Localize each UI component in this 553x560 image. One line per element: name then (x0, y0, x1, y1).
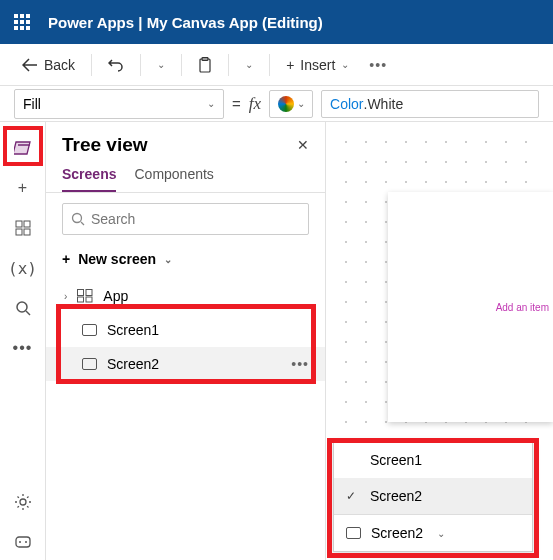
screen-selector-popup: Screen1 ✓ Screen2 Screen2 ⌄ (333, 441, 533, 552)
app-header: Power Apps | My Canvas App (Editing) (0, 0, 553, 44)
formula-input[interactable]: Color.White (321, 90, 539, 118)
paste-button[interactable] (190, 53, 220, 77)
svg-rect-15 (86, 297, 92, 302)
check-icon: ✓ (346, 489, 360, 503)
plus-icon: + (18, 179, 27, 197)
tree-list: › App Screen1 Screen2 ••• (46, 279, 325, 381)
tab-components[interactable]: Components (134, 166, 213, 192)
tree-item-screen2[interactable]: Screen2 ••• (46, 347, 325, 381)
tree-view-title: Tree view (62, 134, 148, 156)
chevron-down-icon: ⌄ (164, 254, 172, 265)
chevron-down-icon: ⌄ (297, 98, 305, 109)
tree-view-icon (14, 139, 32, 157)
tree-item-label: Screen1 (107, 322, 159, 338)
grid-icon (15, 220, 31, 236)
tree-view-button[interactable] (5, 130, 41, 166)
tree-item-label: Screen2 (107, 356, 159, 372)
svg-point-7 (20, 499, 26, 505)
insert-label: Insert (300, 57, 335, 73)
copilot-button[interactable]: ⌄ (269, 90, 313, 118)
chevron-down-icon: ⌄ (341, 59, 349, 70)
back-arrow-icon (22, 58, 38, 72)
undo-button[interactable] (100, 53, 132, 77)
new-screen-label: New screen (78, 251, 156, 267)
variables-icon: (x) (8, 259, 37, 278)
plus-icon: + (62, 251, 70, 267)
chevron-down-icon: ⌄ (437, 528, 445, 539)
search-icon (15, 300, 31, 316)
variables-button[interactable]: (x) (5, 250, 41, 286)
chevron-right-icon: › (64, 291, 67, 302)
svg-point-10 (25, 541, 27, 543)
data-button[interactable] (5, 210, 41, 246)
copilot-icon (278, 96, 294, 112)
tree-view-panel: Tree view ✕ Screens Components Search + … (46, 122, 326, 560)
property-name: Fill (23, 96, 41, 112)
app-title: Power Apps | My Canvas App (Editing) (48, 14, 323, 31)
left-rail: + (x) ••• (0, 122, 46, 560)
canvas-area: Add an item Screen1 ✓ Screen2 Screen2 ⌄ (326, 122, 553, 560)
popup-item-screen1[interactable]: Screen1 (334, 442, 532, 478)
settings-button[interactable] (5, 484, 41, 520)
svg-rect-8 (16, 537, 30, 547)
gear-icon (14, 493, 32, 511)
property-selector[interactable]: Fill ⌄ (14, 89, 224, 119)
formula-bar: Fill ⌄ = fx ⌄ Color.White (0, 86, 553, 122)
tab-screens[interactable]: Screens (62, 166, 116, 192)
app-icon (77, 289, 93, 303)
bot-icon (14, 535, 32, 549)
insert-rail-button[interactable]: + (5, 170, 41, 206)
svg-point-11 (73, 214, 82, 223)
svg-rect-5 (24, 229, 30, 235)
fx-icon: fx (249, 94, 261, 114)
tree-item-label: App (103, 288, 128, 304)
svg-rect-2 (16, 221, 22, 227)
chevron-down-icon: ⌄ (157, 59, 165, 70)
add-item-hint: Add an item (496, 302, 549, 313)
command-bar: Back ⌄ ⌄ + Insert ⌄ ••• (0, 44, 553, 86)
close-panel-button[interactable]: ✕ (297, 137, 309, 153)
screen-icon (82, 358, 97, 370)
svg-rect-4 (16, 229, 22, 235)
more-button[interactable]: ••• (361, 53, 395, 77)
search-placeholder: Search (91, 211, 135, 227)
popup-footer-label: Screen2 (371, 525, 423, 541)
svg-rect-3 (24, 221, 30, 227)
tree-item-screen1[interactable]: Screen1 (46, 313, 325, 347)
popup-item-label: Screen1 (370, 452, 422, 468)
chevron-down-icon: ⌄ (207, 98, 215, 109)
popup-item-screen2[interactable]: ✓ Screen2 (334, 478, 532, 514)
paste-dropdown[interactable]: ⌄ (237, 55, 261, 74)
svg-rect-14 (78, 297, 84, 302)
tree-item-more-button[interactable]: ••• (291, 356, 309, 372)
back-label: Back (44, 57, 75, 73)
svg-rect-12 (78, 290, 84, 296)
svg-point-6 (17, 302, 27, 312)
svg-rect-13 (86, 290, 92, 296)
formula-value: White (367, 96, 403, 112)
new-screen-button[interactable]: + New screen ⌄ (46, 245, 325, 273)
equals-sign: = (232, 95, 241, 112)
virtual-agent-button[interactable] (5, 524, 41, 560)
clipboard-icon (198, 57, 212, 73)
search-input[interactable]: Search (62, 203, 309, 235)
popup-footer-dropdown[interactable]: Screen2 ⌄ (334, 515, 532, 551)
screen-icon (82, 324, 97, 336)
undo-dropdown[interactable]: ⌄ (149, 55, 173, 74)
popup-item-label: Screen2 (370, 488, 422, 504)
more-rail-button[interactable]: ••• (5, 330, 41, 366)
canvas-screen-preview[interactable]: Add an item (388, 192, 553, 422)
svg-point-9 (19, 541, 21, 543)
undo-icon (108, 57, 124, 73)
back-button[interactable]: Back (14, 53, 83, 77)
search-icon (71, 212, 85, 226)
search-rail-button[interactable] (5, 290, 41, 326)
app-launcher-icon[interactable] (14, 14, 30, 30)
screen-icon (346, 527, 361, 539)
tree-item-app[interactable]: › App (46, 279, 325, 313)
insert-button[interactable]: + Insert ⌄ (278, 53, 357, 77)
chevron-down-icon: ⌄ (245, 59, 253, 70)
plus-icon: + (286, 57, 294, 73)
formula-namespace: Color (330, 96, 363, 112)
